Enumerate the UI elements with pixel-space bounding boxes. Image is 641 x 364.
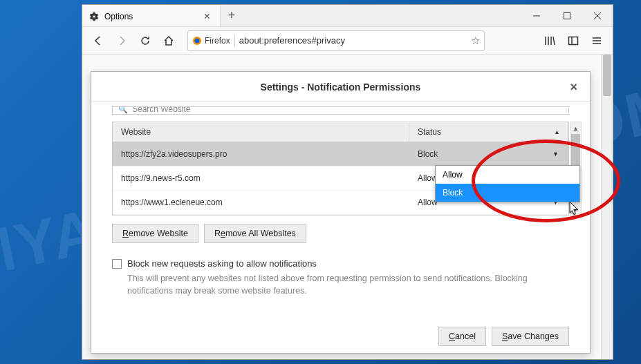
- status-cell[interactable]: Block▼: [409, 145, 568, 163]
- website-cell: https://zfy2a.videosupers.pro: [113, 145, 409, 163]
- table-row[interactable]: https://zfy2a.videosupers.proBlock▼: [113, 142, 568, 166]
- firefox-icon: [192, 36, 202, 46]
- website-cell: https://www1.ecleneue.com: [113, 193, 409, 211]
- tab-title: Options: [104, 12, 196, 21]
- tab-close-button[interactable]: ×: [201, 10, 213, 23]
- window-close-button[interactable]: [582, 5, 613, 26]
- identity-label: Firefox: [205, 36, 230, 46]
- library-button[interactable]: [539, 30, 560, 51]
- dialog-header: Settings - Notification Permissions ×: [91, 72, 590, 102]
- remove-website-button[interactable]: Remove Website: [112, 224, 198, 243]
- sort-indicator-icon: ▲: [554, 128, 560, 135]
- home-button[interactable]: [158, 30, 179, 51]
- search-website-input[interactable]: 🔍 Search Website: [112, 106, 569, 115]
- identity-box[interactable]: Firefox: [192, 36, 230, 46]
- column-status[interactable]: Status ▲: [409, 122, 568, 142]
- dropdown-option[interactable]: Allow: [436, 166, 579, 184]
- dialog-title: Settings - Notification Permissions: [261, 82, 421, 93]
- notification-permissions-dialog: Settings - Notification Permissions × 🔍 …: [91, 71, 591, 354]
- reload-button[interactable]: [135, 30, 156, 51]
- new-tab-button[interactable]: +: [221, 5, 243, 26]
- website-cell: https://9.news-r5.com: [113, 169, 409, 187]
- window-controls: [521, 5, 613, 26]
- content-area: Settings - Notification Permissions × 🔍 …: [82, 55, 613, 359]
- dialog-close-button[interactable]: ×: [564, 79, 583, 96]
- table-header: Website Status ▲: [113, 122, 568, 142]
- url-text: about:preferences#privacy: [239, 35, 467, 46]
- checkbox-label: Block new requests asking to allow notif…: [127, 258, 317, 269]
- browser-tab[interactable]: Options ×: [82, 5, 221, 26]
- page-scrollbar[interactable]: [601, 55, 613, 359]
- titlebar: Options × +: [82, 5, 613, 27]
- gear-icon: [89, 12, 99, 21]
- toolbar: Firefox about:preferences#privacy ☆: [82, 27, 613, 55]
- search-icon: 🔍: [118, 106, 128, 114]
- block-new-requests-checkbox[interactable]: [112, 259, 122, 269]
- dropdown-option[interactable]: Block: [436, 184, 579, 202]
- browser-window: Options × + Firefox about:preferences#pr…: [82, 4, 613, 360]
- forward-button[interactable]: [111, 30, 132, 51]
- back-button[interactable]: [88, 30, 109, 51]
- column-website[interactable]: Website: [113, 122, 409, 142]
- remove-all-websites-button[interactable]: Remove All Websites: [204, 224, 306, 243]
- save-changes-button[interactable]: Save Changes: [492, 327, 569, 346]
- chevron-down-icon: ▼: [552, 151, 559, 157]
- menu-button[interactable]: [586, 30, 607, 51]
- minimize-button[interactable]: [521, 5, 552, 26]
- svg-point-5: [195, 38, 200, 43]
- scroll-down-icon[interactable]: ▼: [570, 203, 581, 215]
- cancel-button[interactable]: Cancel: [438, 327, 486, 346]
- separator: [234, 35, 235, 47]
- url-bar[interactable]: Firefox about:preferences#privacy ☆: [187, 30, 485, 51]
- status-dropdown[interactable]: AllowBlock: [435, 165, 580, 202]
- svg-rect-1: [564, 12, 570, 19]
- maximize-button[interactable]: [552, 5, 582, 26]
- sidebar-button[interactable]: [563, 30, 584, 51]
- bookmark-star-icon[interactable]: ☆: [471, 35, 480, 47]
- search-placeholder: Search Website: [132, 106, 191, 114]
- help-text: This will prevent any websites not liste…: [127, 273, 569, 297]
- svg-rect-6: [569, 37, 578, 44]
- scroll-up-icon[interactable]: ▲: [570, 122, 581, 134]
